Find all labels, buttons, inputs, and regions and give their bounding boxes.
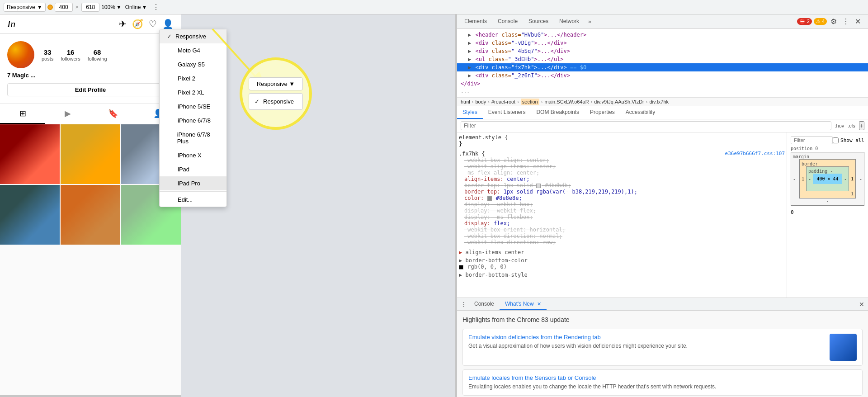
dropdown-item-responsive[interactable]: ✓ Responsive [160, 29, 226, 43]
followers-count: 16 [61, 48, 80, 56]
breadcrumb-body[interactable]: body [475, 99, 486, 104]
comp-label-1: 0 [791, 209, 794, 215]
followers-stat: 16 followers [61, 48, 80, 61]
dom-tag: <div [475, 40, 488, 46]
tab-console[interactable]: Console [492, 15, 523, 28]
breadcrumb-section[interactable]: section [521, 99, 539, 105]
tab-elements[interactable]: Elements [459, 15, 492, 28]
avatar-inner [7, 41, 34, 68]
bottom-tab-console[interactable]: Console [469, 299, 500, 310]
dom-line-fx7hk[interactable]: ▶ <div class="fx7hk">...</div> == $0 [457, 63, 868, 71]
dropdown-item-iphone-678[interactable]: iPhone 6/7/8 [160, 113, 226, 128]
dropdown-item-iphone-x[interactable]: iPhone X [160, 148, 226, 162]
styles-filter-input[interactable] [461, 121, 831, 130]
breadcrumb-sep-2: › [488, 99, 490, 104]
ig-header-icons: ✈ 🧭 ♡ 👤 [119, 19, 174, 29]
css-source-link[interactable]: e36e97b666f7.css:107 [725, 151, 785, 157]
breadcrumb-div-fx7hk[interactable]: div.fx7hk [649, 99, 669, 104]
heart-icon[interactable]: ♡ [149, 19, 157, 29]
more-toolbar-btn[interactable]: ⋮ [151, 1, 161, 13]
dom-line-vdig[interactable]: ▶ <div class="-vDIg">...</div> [457, 39, 868, 47]
news-card-2-title[interactable]: Emulate locales from the Sensors tab or … [468, 374, 857, 381]
dom-close: >...</ul> [534, 56, 564, 62]
responsive-mini-item-checked[interactable]: ✓ Responsive [249, 95, 302, 108]
dom-line-2z6ni[interactable]: ▶ <div class="_2z6nI">...</div> [457, 71, 868, 80]
send-icon[interactable]: ✈ [119, 19, 127, 29]
show-all-label[interactable]: Show all [833, 137, 864, 143]
tab-network[interactable]: Network [554, 15, 585, 28]
dom-line-close-div[interactable]: </div> [457, 80, 868, 88]
subtab-accessibility[interactable]: Accessibility [620, 106, 660, 119]
customize-btn[interactable]: ⋮ [840, 15, 851, 28]
responsive-mini-label: Responsive [263, 98, 294, 105]
padding-bottom-val: - [808, 184, 847, 189]
dropdown-item-edit[interactable]: Edit... [160, 193, 226, 207]
breadcrumb-react-root[interactable]: #react-root [491, 99, 515, 104]
cls-btn[interactable]: .cls [848, 123, 855, 128]
instagram-panel: In ✈ 🧭 ♡ 👤 33 posts [0, 14, 181, 397]
tab-more-btn[interactable]: » [585, 16, 595, 28]
dropdown-item-iphone-678-plus[interactable]: iPhone 6/7/8 Plus [160, 128, 226, 148]
responsive-overlay-btn[interactable]: Responsive ▼ [249, 77, 303, 90]
horizontal-drag-handle[interactable] [0, 395, 181, 397]
breadcrumb-html[interactable]: html [461, 99, 470, 104]
yellow-circle-content: Responsive ▼ ✓ Responsive [249, 77, 303, 110]
posts-stat: 33 posts [42, 48, 53, 61]
subtab-styles[interactable]: Styles [457, 106, 483, 119]
content-box: 400 × 44 [813, 174, 842, 184]
dropdown-item-ipad-pro[interactable]: iPad Pro [160, 176, 226, 190]
subtab-dom-breakpoints[interactable]: DOM Breakpoints [531, 106, 585, 119]
whats-new-close-btn[interactable]: ✕ [537, 301, 541, 307]
vertical-drag-handle[interactable] [455, 14, 457, 397]
dropdown-item-iphone-5se[interactable]: iPhone 5/SE [160, 99, 226, 113]
dom-line-header[interactable]: ▶ <header class="HVbuG">...</header> [457, 31, 868, 39]
border-bottom-style-label: ▶ border-bottom-style [459, 272, 528, 278]
dropdown-item-label: Pixel 2 [178, 75, 195, 82]
dropdown-item-moto-g4[interactable]: Moto G4 [160, 43, 226, 57]
compass-icon[interactable]: 🧭 [132, 19, 143, 29]
profile-icon[interactable]: 👤 [162, 19, 174, 29]
box-model-filter-input[interactable] [791, 136, 833, 144]
subtab-properties[interactable]: Properties [585, 106, 620, 119]
settings-btn[interactable]: ⚙ [829, 15, 839, 28]
color-swatch-black [459, 265, 463, 269]
dom-line-3dehb[interactable]: ▶ <ul class="_3dEHb">...</ul> [457, 55, 868, 63]
ig-grid [0, 124, 181, 245]
device-selector[interactable]: Responsive ▼ [4, 3, 46, 12]
dropdown-item-label: iPhone X [178, 152, 202, 159]
more-dom-btn[interactable]: ... [457, 88, 868, 95]
ig-tab-grid[interactable]: ⊞ [0, 104, 45, 124]
ig-tab-video[interactable]: ▶ [45, 104, 90, 124]
bottom-panel-menu-btn[interactable]: ⋮ [459, 299, 469, 310]
bottom-tab-whats-new[interactable]: What's New ✕ [500, 299, 547, 310]
grid-cell-4 [0, 185, 60, 245]
dropdown-item-galaxy-s5[interactable]: Galaxy S5 [160, 57, 226, 71]
breadcrumb-main[interactable]: main.SCxLW.o64aR [544, 99, 589, 104]
ig-username: 7 Magic ... [7, 72, 174, 79]
height-input[interactable] [81, 3, 99, 12]
width-input[interactable] [55, 3, 73, 12]
hov-btn[interactable]: :hov [835, 123, 844, 128]
add-style-btn[interactable]: + [859, 121, 864, 130]
show-all-checkbox[interactable] [833, 137, 839, 143]
edit-profile-button[interactable]: Edit Profile [7, 83, 174, 96]
news-card-1-title[interactable]: Emulate vision deficiencies from the Ren… [468, 334, 824, 340]
tab-sources[interactable]: Sources [523, 15, 554, 28]
subtab-event-listeners[interactable]: Event Listeners [483, 106, 531, 119]
element-style-selector[interactable]: element.style { [459, 134, 785, 141]
dropdown-item-pixel-2-xl[interactable]: Pixel 2 XL [160, 85, 226, 99]
zoom-selector[interactable]: 100% ▼ [101, 4, 122, 10]
dom-line-4bsq7[interactable]: ▶ <div class="_4bSq7">...</div> [457, 47, 868, 55]
fx7hk-selector[interactable]: .fx7hk { [459, 151, 485, 157]
css-prop-display-ms-flexbox: display: -ms-flexbox; [464, 214, 785, 220]
dropdown-item-pixel-2[interactable]: Pixel 2 [160, 71, 226, 85]
dropdown-item-ipad[interactable]: iPad [160, 162, 226, 176]
ig-tab-saved[interactable]: 🔖 [90, 104, 136, 124]
close-all-btn[interactable]: ✕ [857, 299, 866, 310]
close-devtools-btn[interactable]: ✕ [853, 15, 863, 28]
dropdown-item-label: Pixel 2 XL [178, 89, 204, 96]
grid-cell-5 [61, 185, 120, 245]
breadcrumb-div-vftjq[interactable]: div.v9tJq.AAaSh.VfzDr [594, 99, 644, 104]
online-selector[interactable]: Online ▼ [125, 4, 147, 10]
tab-elements-label: Elements [464, 18, 487, 24]
